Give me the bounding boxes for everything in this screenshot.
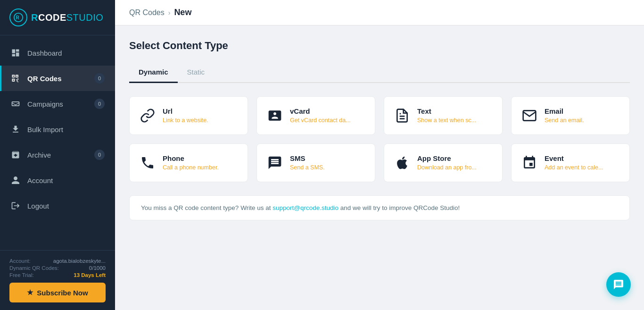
sidebar-item-bulk-import[interactable]: Bulk Import <box>0 117 115 142</box>
text-icon <box>394 107 411 124</box>
archive-label: Archive <box>27 151 94 159</box>
card-text[interactable]: Text Show a text when sc... <box>384 96 503 135</box>
email-icon <box>521 107 538 124</box>
sidebar-logo: R RCODESTUDIO <box>0 0 115 35</box>
footer-trial: Free Trial: 13 Days Left <box>9 272 106 278</box>
card-email[interactable]: Email Send an email. <box>511 96 630 135</box>
campaigns-label: Campaigns <box>27 100 94 108</box>
sidebar-nav: Dashboard QR Codes 0 Campaigns 0 <box>0 35 115 250</box>
qr-codes-label: QR Codes <box>27 75 94 83</box>
chat-fab-button[interactable] <box>606 272 631 297</box>
event-desc: Add an event to cale... <box>545 164 603 171</box>
tab-static[interactable]: Static <box>178 63 215 83</box>
missing-text-middle: Write us at <box>240 204 272 211</box>
page-title: Select Content Type <box>129 40 630 52</box>
missing-text-after: and we will try to improve QRCode Studio… <box>340 204 460 211</box>
breadcrumb-separator: › <box>168 9 171 17</box>
sidebar-item-logout[interactable]: Logout <box>0 193 115 218</box>
sms-title: SMS <box>290 154 325 162</box>
star-icon: ★ <box>27 288 33 297</box>
email-title: Email <box>545 107 584 115</box>
subscribe-label: Subscribe Now <box>37 289 88 297</box>
sidebar-footer: Account: agota.bialobzeskyte... Dynamic … <box>0 250 115 310</box>
svg-text:R: R <box>16 15 20 20</box>
sidebar-item-qr-codes[interactable]: QR Codes 0 <box>0 66 115 91</box>
text-title: Text <box>417 107 476 115</box>
sidebar-item-archive[interactable]: Archive 0 <box>0 142 115 168</box>
email-desc: Send an email. <box>545 117 584 124</box>
app-store-title: App Store <box>417 154 477 162</box>
dashboard-label: Dashboard <box>27 49 105 57</box>
text-desc: Show a text when sc... <box>417 117 476 124</box>
card-event[interactable]: Event Add an event to cale... <box>511 143 630 182</box>
bulk-import-label: Bulk Import <box>27 126 105 134</box>
account-icon <box>10 175 21 185</box>
url-icon <box>139 107 156 124</box>
phone-icon <box>139 154 156 171</box>
sms-icon <box>266 154 283 171</box>
archive-badge: 0 <box>94 150 105 160</box>
card-phone[interactable]: Phone Call a phone number. <box>129 143 248 182</box>
campaigns-icon <box>10 99 21 109</box>
account-label: Account <box>27 176 105 184</box>
content-area: Select Content Type Dynamic Static Url L… <box>115 25 644 235</box>
text-card-text: Text Show a text when sc... <box>417 107 476 124</box>
qr-codes-icon <box>10 73 21 84</box>
tab-dynamic[interactable]: Dynamic <box>129 63 178 83</box>
vcard-title: vCard <box>290 107 351 115</box>
logo-text: RCODESTUDIO <box>31 12 103 23</box>
main-content: QR Codes › New Select Content Type Dynam… <box>115 0 644 310</box>
sms-desc: Send a SMS. <box>290 164 325 171</box>
breadcrumb-parent[interactable]: QR Codes <box>129 8 165 17</box>
logout-label: Logout <box>27 202 105 210</box>
card-url[interactable]: Url Link to a website. <box>129 96 248 135</box>
app-store-desc: Download an app fro... <box>417 164 477 171</box>
app-store-icon <box>394 154 411 171</box>
subscribe-now-button[interactable]: ★ Subscribe Now <box>9 283 106 302</box>
email-card-text: Email Send an email. <box>545 107 584 124</box>
event-icon <box>521 154 538 171</box>
vcard-icon <box>266 107 283 124</box>
sidebar-item-dashboard[interactable]: Dashboard <box>0 40 115 66</box>
missing-support-link[interactable]: support@qrcode.studio <box>272 204 339 211</box>
phone-card-text: Phone Call a phone number. <box>163 154 219 171</box>
missing-type-notice: You miss a QR code content type? Write u… <box>129 195 630 220</box>
logout-icon <box>10 201 21 211</box>
url-desc: Link to a website. <box>163 117 208 124</box>
card-app-store[interactable]: App Store Download an app fro... <box>384 143 503 182</box>
bulk-import-icon <box>10 124 21 134</box>
footer-dynamic-qr: Dynamic QR Codes: 0/1000 <box>9 265 106 271</box>
content-type-cards: Url Link to a website. vCard Get vCard c… <box>129 96 630 182</box>
footer-account: Account: agota.bialobzeskyte... <box>9 258 106 264</box>
phone-title: Phone <box>163 154 219 162</box>
sidebar-item-account[interactable]: Account <box>0 168 115 193</box>
qr-codes-badge: 0 <box>94 73 105 84</box>
top-bar: QR Codes › New <box>115 0 644 25</box>
missing-text-before: You miss a QR code content type? <box>141 204 239 211</box>
event-card-text: Event Add an event to cale... <box>545 154 603 171</box>
vcard-card-text: vCard Get vCard contact da... <box>290 107 351 124</box>
campaigns-badge: 0 <box>94 99 105 109</box>
archive-icon <box>10 150 21 160</box>
url-card-text: Url Link to a website. <box>163 107 208 124</box>
card-vcard[interactable]: vCard Get vCard contact da... <box>256 96 375 135</box>
phone-desc: Call a phone number. <box>163 164 219 171</box>
breadcrumb-current: New <box>174 8 191 17</box>
logo-icon: R <box>9 8 27 26</box>
event-title: Event <box>545 154 603 162</box>
url-title: Url <box>163 107 208 115</box>
card-sms[interactable]: SMS Send a SMS. <box>256 143 375 182</box>
app-store-card-text: App Store Download an app fro... <box>417 154 477 171</box>
vcard-desc: Get vCard contact da... <box>290 117 351 124</box>
content-type-tabs: Dynamic Static <box>129 63 630 83</box>
sms-card-text: SMS Send a SMS. <box>290 154 325 171</box>
breadcrumb: QR Codes › New <box>129 8 191 17</box>
dashboard-icon <box>10 48 21 58</box>
sidebar-item-campaigns[interactable]: Campaigns 0 <box>0 91 115 117</box>
